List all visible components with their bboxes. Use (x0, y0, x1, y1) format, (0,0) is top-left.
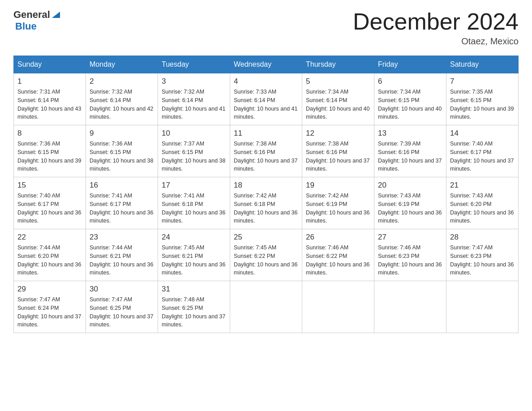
day-info: Sunrise: 7:36 AMSunset: 6:15 PMDaylight:… (17, 140, 82, 173)
calendar-cell: 21 Sunrise: 7:43 AMSunset: 6:20 PMDaylig… (446, 177, 519, 229)
day-info: Sunrise: 7:31 AMSunset: 6:14 PMDaylight:… (17, 88, 82, 121)
day-number: 11 (234, 129, 298, 138)
day-number: 3 (162, 77, 226, 86)
day-number: 1 (17, 77, 82, 86)
day-info: Sunrise: 7:40 AMSunset: 6:17 PMDaylight:… (450, 140, 515, 173)
calendar-cell: 9 Sunrise: 7:36 AMSunset: 6:15 PMDayligh… (86, 125, 158, 177)
calendar-cell: 13 Sunrise: 7:39 AMSunset: 6:16 PMDaylig… (374, 125, 446, 177)
calendar-cell (230, 281, 302, 333)
calendar-cell: 18 Sunrise: 7:42 AMSunset: 6:18 PMDaylig… (230, 177, 302, 229)
day-info: Sunrise: 7:38 AMSunset: 6:16 PMDaylight:… (306, 140, 370, 173)
day-number: 16 (90, 181, 154, 190)
calendar-cell (374, 281, 446, 333)
day-info: Sunrise: 7:43 AMSunset: 6:20 PMDaylight:… (450, 192, 515, 225)
title-section: December 2024 Otaez, Mexico (353, 9, 519, 47)
week-row-1: 1 Sunrise: 7:31 AMSunset: 6:14 PMDayligh… (14, 73, 519, 125)
day-number: 24 (162, 233, 226, 242)
calendar-cell: 24 Sunrise: 7:45 AMSunset: 6:21 PMDaylig… (158, 229, 230, 281)
day-info: Sunrise: 7:47 AMSunset: 6:25 PMDaylight:… (90, 295, 154, 329)
logo-triangle-icon (51, 10, 61, 20)
day-info: Sunrise: 7:46 AMSunset: 6:22 PMDaylight:… (306, 244, 370, 277)
calendar-cell: 1 Sunrise: 7:31 AMSunset: 6:14 PMDayligh… (14, 73, 86, 125)
week-row-3: 15 Sunrise: 7:40 AMSunset: 6:17 PMDaylig… (14, 177, 519, 229)
calendar-cell: 30 Sunrise: 7:47 AMSunset: 6:25 PMDaylig… (86, 281, 158, 333)
calendar-cell: 7 Sunrise: 7:35 AMSunset: 6:15 PMDayligh… (446, 73, 519, 125)
calendar-cell: 27 Sunrise: 7:46 AMSunset: 6:23 PMDaylig… (374, 229, 446, 281)
calendar-cell: 19 Sunrise: 7:42 AMSunset: 6:19 PMDaylig… (302, 177, 374, 229)
day-number: 12 (306, 129, 370, 138)
day-number: 17 (162, 181, 226, 190)
day-number: 21 (450, 181, 515, 190)
calendar-cell: 14 Sunrise: 7:40 AMSunset: 6:17 PMDaylig… (446, 125, 519, 177)
day-number: 8 (17, 129, 82, 138)
day-info: Sunrise: 7:48 AMSunset: 6:25 PMDaylight:… (162, 295, 226, 329)
day-number: 30 (90, 285, 154, 294)
day-number: 15 (17, 181, 82, 190)
day-number: 20 (378, 181, 442, 190)
week-row-2: 8 Sunrise: 7:36 AMSunset: 6:15 PMDayligh… (14, 125, 519, 177)
day-number: 5 (306, 77, 370, 86)
logo-general-text: General (13, 9, 50, 21)
day-info: Sunrise: 7:42 AMSunset: 6:18 PMDaylight:… (234, 192, 298, 225)
calendar-cell: 22 Sunrise: 7:44 AMSunset: 6:20 PMDaylig… (14, 229, 86, 281)
header-saturday: Saturday (446, 56, 519, 73)
day-info: Sunrise: 7:44 AMSunset: 6:20 PMDaylight:… (17, 244, 82, 277)
day-number: 18 (234, 181, 298, 190)
calendar-cell: 26 Sunrise: 7:46 AMSunset: 6:22 PMDaylig… (302, 229, 374, 281)
day-number: 31 (162, 285, 226, 294)
day-number: 14 (450, 129, 515, 138)
calendar-cell: 16 Sunrise: 7:41 AMSunset: 6:17 PMDaylig… (86, 177, 158, 229)
calendar-cell: 6 Sunrise: 7:34 AMSunset: 6:15 PMDayligh… (374, 73, 446, 125)
day-info: Sunrise: 7:46 AMSunset: 6:23 PMDaylight:… (378, 244, 442, 277)
days-of-week-row: SundayMondayTuesdayWednesdayThursdayFrid… (14, 56, 519, 73)
header-wednesday: Wednesday (230, 56, 302, 73)
header-tuesday: Tuesday (158, 56, 230, 73)
day-number: 13 (378, 129, 442, 138)
calendar-cell: 28 Sunrise: 7:47 AMSunset: 6:23 PMDaylig… (446, 229, 519, 281)
logo-blue-text: Blue (15, 21, 37, 32)
day-number: 10 (162, 129, 226, 138)
calendar-cell: 10 Sunrise: 7:37 AMSunset: 6:15 PMDaylig… (158, 125, 230, 177)
day-info: Sunrise: 7:39 AMSunset: 6:16 PMDaylight:… (378, 140, 442, 173)
header-monday: Monday (86, 56, 158, 73)
day-number: 4 (234, 77, 298, 86)
header-friday: Friday (374, 56, 446, 73)
calendar-cell: 25 Sunrise: 7:45 AMSunset: 6:22 PMDaylig… (230, 229, 302, 281)
day-info: Sunrise: 7:38 AMSunset: 6:16 PMDaylight:… (234, 140, 298, 173)
header-sunday: Sunday (14, 56, 86, 73)
day-number: 25 (234, 233, 298, 242)
calendar-table: SundayMondayTuesdayWednesdayThursdayFrid… (13, 56, 519, 333)
day-number: 7 (450, 77, 515, 86)
day-info: Sunrise: 7:42 AMSunset: 6:19 PMDaylight:… (306, 192, 370, 225)
calendar-cell: 31 Sunrise: 7:48 AMSunset: 6:25 PMDaylig… (158, 281, 230, 333)
calendar-cell: 4 Sunrise: 7:33 AMSunset: 6:14 PMDayligh… (230, 73, 302, 125)
svg-marker-0 (52, 12, 60, 18)
calendar-cell: 5 Sunrise: 7:34 AMSunset: 6:14 PMDayligh… (302, 73, 374, 125)
day-info: Sunrise: 7:37 AMSunset: 6:15 PMDaylight:… (162, 140, 226, 173)
day-info: Sunrise: 7:45 AMSunset: 6:21 PMDaylight:… (162, 244, 226, 277)
location-label: Otaez, Mexico (353, 36, 519, 47)
calendar-header: SundayMondayTuesdayWednesdayThursdayFrid… (14, 56, 519, 73)
day-info: Sunrise: 7:41 AMSunset: 6:17 PMDaylight:… (90, 192, 154, 225)
header-thursday: Thursday (302, 56, 374, 73)
day-number: 9 (90, 129, 154, 138)
day-info: Sunrise: 7:43 AMSunset: 6:19 PMDaylight:… (378, 192, 442, 225)
day-number: 22 (17, 233, 82, 242)
calendar-cell: 8 Sunrise: 7:36 AMSunset: 6:15 PMDayligh… (14, 125, 86, 177)
calendar-cell: 3 Sunrise: 7:32 AMSunset: 6:14 PMDayligh… (158, 73, 230, 125)
calendar-cell: 11 Sunrise: 7:38 AMSunset: 6:16 PMDaylig… (230, 125, 302, 177)
calendar-cell: 12 Sunrise: 7:38 AMSunset: 6:16 PMDaylig… (302, 125, 374, 177)
calendar-body: 1 Sunrise: 7:31 AMSunset: 6:14 PMDayligh… (14, 73, 519, 333)
day-info: Sunrise: 7:33 AMSunset: 6:14 PMDaylight:… (234, 88, 298, 121)
day-number: 6 (378, 77, 442, 86)
calendar-cell (302, 281, 374, 333)
day-number: 19 (306, 181, 370, 190)
calendar-cell: 15 Sunrise: 7:40 AMSunset: 6:17 PMDaylig… (14, 177, 86, 229)
page-header: General Blue December 2024 Otaez, Mexico (13, 9, 519, 47)
day-info: Sunrise: 7:44 AMSunset: 6:21 PMDaylight:… (90, 244, 154, 277)
day-number: 29 (17, 285, 82, 294)
day-info: Sunrise: 7:34 AMSunset: 6:15 PMDaylight:… (378, 88, 442, 121)
day-number: 2 (90, 77, 154, 86)
day-info: Sunrise: 7:32 AMSunset: 6:14 PMDaylight:… (90, 88, 154, 121)
day-info: Sunrise: 7:45 AMSunset: 6:22 PMDaylight:… (234, 244, 298, 277)
